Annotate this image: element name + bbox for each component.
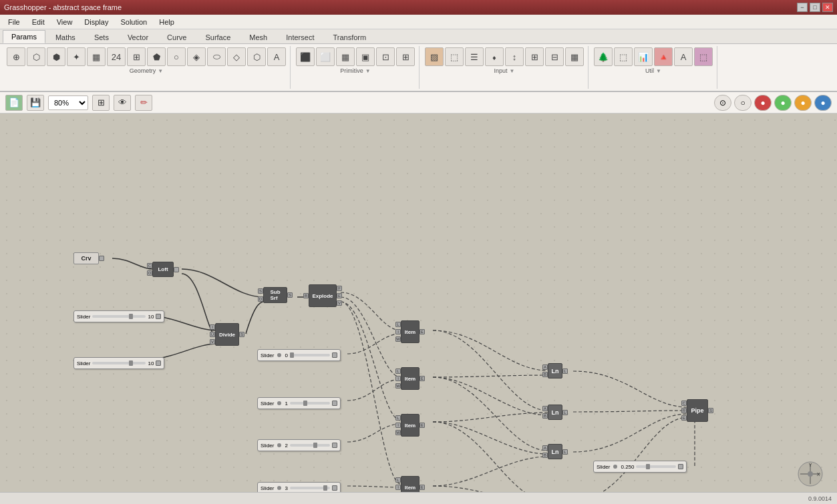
item4-port-i[interactable]: I: [395, 485, 401, 490]
divide-node[interactable]: I U V Divide S: [210, 323, 244, 346]
util-icon-6[interactable]: ⬚: [694, 47, 713, 66]
slider3-track[interactable]: [290, 354, 330, 356]
ln1-port-l[interactable]: L: [562, 368, 568, 374]
slider7-port-out[interactable]: [678, 464, 683, 469]
ln3-port-a[interactable]: A: [542, 445, 548, 451]
divide-port-i[interactable]: I: [210, 324, 215, 330]
geo-icon-6[interactable]: 24: [107, 47, 126, 66]
tab-curve[interactable]: Curve: [158, 31, 195, 43]
explode-node[interactable]: B Explode F E V: [303, 284, 342, 307]
input-icon-6[interactable]: ⊞: [525, 47, 544, 66]
item1-port-e[interactable]: E: [420, 329, 425, 334]
geo-icon-10[interactable]: ◈: [187, 47, 206, 66]
geo-icon-7[interactable]: ⊞: [127, 47, 146, 66]
pipe-port-e[interactable]: E: [681, 415, 687, 421]
prim-icon-1[interactable]: ⬛: [296, 47, 315, 66]
pipe-port-c[interactable]: C: [681, 401, 687, 406]
prim-icon-3[interactable]: ▦: [336, 47, 355, 66]
slider5-track[interactable]: [290, 444, 330, 447]
fit-view-button[interactable]: ⊞: [92, 95, 110, 111]
slider6-port-out[interactable]: [332, 485, 337, 491]
ln3-node[interactable]: A B Ln L: [542, 444, 568, 459]
menu-help[interactable]: Help: [154, 17, 180, 27]
prim-icon-4[interactable]: ▣: [356, 47, 375, 66]
tab-intersect[interactable]: Intersect: [277, 31, 323, 43]
ln2-port-b[interactable]: B: [542, 413, 548, 419]
paint-button[interactable]: ✏: [135, 95, 152, 111]
slider2-port-out[interactable]: [156, 360, 161, 366]
geo-icon-12[interactable]: ◇: [227, 47, 246, 66]
item3-port-i[interactable]: I: [395, 423, 401, 428]
preview-btn-3[interactable]: ●: [754, 95, 772, 111]
prim-icon-6[interactable]: ⊞: [396, 47, 415, 66]
menu-view[interactable]: View: [51, 17, 78, 27]
ln3-port-b[interactable]: B: [542, 453, 548, 458]
ln2-port-l[interactable]: L: [562, 410, 568, 415]
ln3-port-l[interactable]: L: [562, 449, 568, 455]
util-icon-4[interactable]: 🔺: [654, 47, 673, 66]
item2-port-e[interactable]: E: [420, 376, 425, 381]
slider6-track[interactable]: [290, 487, 330, 489]
loft-node[interactable]: C O Loft: [147, 262, 179, 277]
item3-port-w[interactable]: W: [395, 430, 401, 435]
slider7-thumb[interactable]: [646, 464, 650, 469]
preview-btn-1[interactable]: ⊙: [714, 95, 731, 111]
prim-icon-2[interactable]: ⬜: [316, 47, 335, 66]
item4-port-e[interactable]: E: [420, 485, 425, 490]
slider2-thumb[interactable]: [129, 360, 133, 366]
item2-node[interactable]: L I W Item E: [395, 367, 425, 390]
slider5-node[interactable]: Slider 2: [257, 439, 341, 451]
explode-port-v[interactable]: V: [337, 300, 342, 306]
slider2-node[interactable]: Slider 10: [73, 357, 164, 369]
close-button[interactable]: ✕: [822, 3, 833, 12]
item3-port-e[interactable]: E: [420, 423, 425, 428]
slider5-thumb[interactable]: [313, 443, 317, 448]
input-arrow[interactable]: ▼: [510, 68, 515, 74]
ln1-port-b[interactable]: B: [542, 372, 548, 377]
slider1-node[interactable]: Slider 10: [73, 310, 164, 322]
slider5-port-out[interactable]: [332, 443, 337, 448]
menu-solution[interactable]: Solution: [115, 17, 152, 27]
item1-port-i[interactable]: I: [395, 329, 401, 334]
loft-port-c[interactable]: C: [147, 263, 152, 268]
ln2-node[interactable]: A B Ln L: [542, 405, 568, 420]
slider2-track[interactable]: [92, 362, 146, 364]
zoom-select[interactable]: 80% 100%: [48, 95, 88, 110]
menu-file[interactable]: File: [3, 17, 25, 27]
explode-port-b[interactable]: B: [303, 293, 309, 298]
explode-port-f[interactable]: F: [337, 286, 342, 291]
slider4-node[interactable]: Slider 1: [257, 397, 341, 409]
new-button[interactable]: 📄: [5, 95, 23, 111]
geo-icon-1[interactable]: ⊕: [7, 47, 25, 66]
slider4-track[interactable]: [290, 402, 330, 405]
geo-icon-4[interactable]: ✦: [67, 47, 86, 66]
pipe-port-s[interactable]: S: [708, 408, 713, 413]
pipe-node[interactable]: C R E Pipe S: [681, 399, 713, 422]
geo-icon-5[interactable]: ▦: [87, 47, 106, 66]
item2-port-w[interactable]: W: [395, 383, 401, 389]
tab-transform[interactable]: Transform: [324, 31, 375, 43]
tab-surface[interactable]: Surface: [196, 31, 239, 43]
slider4-port-out[interactable]: [332, 401, 337, 406]
menu-edit[interactable]: Edit: [27, 17, 50, 27]
item2-port-i[interactable]: I: [395, 376, 401, 381]
loft-port-o[interactable]: O: [147, 270, 152, 276]
loft-port-out[interactable]: [174, 267, 179, 272]
tab-params[interactable]: Params: [3, 30, 45, 43]
canvas[interactable]: Crv C O Loft S D SubSrf S B Explode F: [0, 113, 837, 504]
tab-mesh[interactable]: Mesh: [240, 31, 276, 43]
tab-sets[interactable]: Sets: [86, 31, 118, 43]
input-icon-4[interactable]: ⬧: [485, 47, 504, 66]
ln1-node[interactable]: A B Ln L: [542, 363, 568, 379]
geo-icon-9[interactable]: ○: [167, 47, 186, 66]
preview-btn-2[interactable]: ○: [734, 95, 751, 111]
geo-icon-2[interactable]: ⬡: [27, 47, 45, 66]
crv-node[interactable]: Crv: [73, 252, 104, 264]
slider6-thumb[interactable]: [323, 485, 327, 491]
divide-port-u[interactable]: U: [210, 332, 215, 337]
slider7-node[interactable]: Slider 0.250: [593, 461, 687, 473]
input-icon-3[interactable]: ☰: [465, 47, 484, 66]
subsrf-port-d[interactable]: D: [258, 296, 263, 302]
geo-icon-14[interactable]: A: [267, 47, 286, 66]
tab-maths[interactable]: Maths: [47, 31, 84, 43]
